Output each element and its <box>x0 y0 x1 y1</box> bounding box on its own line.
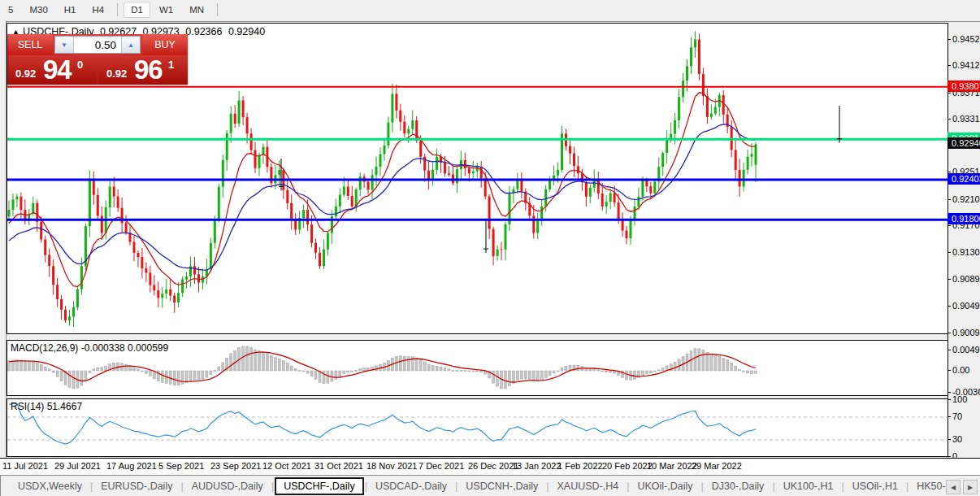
timeframe-button-m30[interactable]: M30 <box>22 2 54 18</box>
date-label: 13 Jan 2022 <box>512 461 562 471</box>
timeframe-button-h4[interactable]: H4 <box>85 2 111 18</box>
chart-tab-bar: USDX,Weekly|EURUSD-,Daily|AUDUSD-,Daily|… <box>0 475 980 496</box>
price-level-label: 0.92940 <box>947 137 980 149</box>
volume-decrease-icon[interactable]: ▼ <box>55 37 73 53</box>
macd-signal-value: 0.000599 <box>128 342 168 354</box>
tab-audusd[interactable]: AUDUSD-,Daily <box>184 478 271 494</box>
macd-label: MACD(12,26,9) -0.000338 0.000599 <box>11 342 168 354</box>
tab-xauusd[interactable]: XAUUSD-,H4 <box>549 478 626 494</box>
rsi-tick-label: 30 <box>952 434 962 444</box>
date-label: 23 Sep 2021 <box>210 461 261 471</box>
date-label: 29 Mar 2022 <box>692 461 742 471</box>
time-axis[interactable]: 11 Jul 202129 Jul 202117 Aug 20215 Sep 2… <box>0 458 980 476</box>
rsi-label: RSI(14) 51.4667 <box>11 401 82 412</box>
axis-tick-mark <box>947 306 951 307</box>
axis-tick-mark <box>947 65 951 66</box>
ohlc-close: 0.92940 <box>228 26 265 37</box>
axis-tick-mark <box>947 399 951 400</box>
volume-increase-icon[interactable]: ▲ <box>122 37 140 53</box>
macd-value: -0.000338 <box>81 342 125 354</box>
price-tick-label: 0.93310 <box>952 114 980 124</box>
price-tick-label: 0.94120 <box>952 60 980 70</box>
axis-tick-mark <box>947 333 951 333</box>
buy-price-tile[interactable]: 0.92 96 1 <box>98 55 188 85</box>
price-tick-label: 0.94520 <box>952 34 980 44</box>
macd-tick-label: 0.004926 <box>952 345 980 355</box>
price-tick-label: 0.90090 <box>952 328 980 337</box>
price-axis[interactable]: 0.945200.941200.937100.933100.929100.925… <box>947 0 980 475</box>
one-click-trading-panel: SELL ▼ 0.50 ▲ BUY 0.92 94 0 0.92 96 1 <box>7 34 188 85</box>
buy-button[interactable]: BUY <box>142 34 188 55</box>
date-label: 12 Oct 2021 <box>262 461 311 471</box>
sell-price-big: 94 <box>43 54 72 85</box>
tab-eurusd[interactable]: EURUSD-,Daily <box>93 478 180 494</box>
tab-separator: | <box>365 481 367 492</box>
rsi-tick-label: 70 <box>952 411 962 421</box>
buy-price-prefix: 0.92 <box>106 67 127 80</box>
timeframe-button-h1[interactable]: H1 <box>57 2 84 18</box>
mt4-terminal: { "toolbar": {"items": [ {"label": "5"},… <box>0 0 980 496</box>
tab-usdcnh[interactable]: USDCNH-,Daily <box>458 478 545 494</box>
volume-spinner: ▼ 0.50 ▲ <box>54 36 141 54</box>
date-label: 17 Aug 2021 <box>106 461 157 471</box>
tab-usoil[interactable]: USOil-,H1 <box>845 478 905 494</box>
sell-price-pip: 0 <box>77 59 83 71</box>
tab-scroll-buttons: ◀▶ <box>946 480 978 494</box>
timeframe-button-5[interactable]: 5 <box>1 2 20 18</box>
tab-scroll-left-icon[interactable]: ◀ <box>946 480 960 494</box>
price-tick-label: 0.92100 <box>952 194 980 204</box>
tab-uk100[interactable]: UK100-,H1 <box>776 478 841 494</box>
toolbar-separator <box>217 3 218 16</box>
sell-price-tile[interactable]: 0.92 94 0 <box>7 55 97 85</box>
price-tick-label: 0.91300 <box>952 247 980 257</box>
axis-tick-mark <box>947 199 951 200</box>
axis-tick-mark <box>947 225 951 226</box>
price-level-label: 0.92403 <box>947 173 980 185</box>
price-tick-label: 0.90490 <box>952 301 980 311</box>
axis-tick-mark <box>947 93 951 94</box>
rsi-indicator-pane[interactable]: RSI(14) 51.4667 <box>7 398 948 457</box>
tab-dj30[interactable]: DJ30-,Daily <box>705 478 772 494</box>
axis-tick-mark <box>947 416 951 417</box>
axis-tick-mark <box>947 370 951 371</box>
tab-separator: | <box>772 481 774 492</box>
price-level-label: 0.91800 <box>947 213 980 224</box>
tab-separator: | <box>90 481 93 492</box>
tab-scroll-right-icon[interactable]: ▶ <box>963 480 978 494</box>
date-label: 10 Mar 2022 <box>647 461 697 471</box>
axis-tick-mark <box>947 252 951 253</box>
timeframe-button-d1[interactable]: D1 <box>124 2 150 18</box>
rsi-tick-label: 100 <box>952 394 967 404</box>
date-label: 11 Jul 2021 <box>2 461 48 471</box>
tab-usdx[interactable]: USDX,Weekly <box>11 478 89 494</box>
tab-ukoil[interactable]: UKOil-,Daily <box>630 478 700 494</box>
date-label: 31 Oct 2021 <box>314 461 363 471</box>
axis-tick-mark <box>947 392 951 393</box>
buy-price-pip: 1 <box>168 59 174 71</box>
timeframe-button-mn[interactable]: MN <box>182 2 211 18</box>
toolbar-separator <box>117 3 118 16</box>
axis-tick-mark <box>947 279 951 280</box>
date-label: 29 Jul 2021 <box>54 461 101 471</box>
ohlc-low: 0.92366 <box>185 26 222 37</box>
volume-input[interactable]: 0.50 <box>73 37 122 53</box>
tab-usdchf[interactable]: USDCHF-,Daily <box>275 477 364 495</box>
tab-separator: | <box>841 481 843 492</box>
tab-separator: | <box>546 481 549 492</box>
macd-indicator-pane[interactable]: MACD(12,26,9) -0.000338 0.000599 <box>7 340 948 396</box>
sell-button[interactable]: SELL <box>7 34 53 55</box>
date-label: 20 Feb 2022 <box>602 461 653 471</box>
tab-separator: | <box>455 481 457 492</box>
timeframe-toolbar: 5M30H1H4D1W1MN <box>0 0 980 20</box>
price-tick-label: 0.90890 <box>952 274 980 284</box>
date-label: 1 Feb 2022 <box>557 461 603 471</box>
buy-price-big: 96 <box>134 54 163 85</box>
tab-usdcad[interactable]: USDCAD-,Daily <box>368 478 454 494</box>
tab-bar-lead <box>0 476 11 496</box>
price-chart-pane[interactable]: ▲USDCHF-,Daily 0.92627 0.92973 0.92366 0… <box>7 23 948 334</box>
timeframe-button-w1[interactable]: W1 <box>152 2 180 18</box>
tab-separator: | <box>906 481 908 492</box>
tab-separator: | <box>271 481 274 492</box>
price-level-label: 0.93807 <box>947 80 980 92</box>
sell-price-prefix: 0.92 <box>15 67 36 80</box>
